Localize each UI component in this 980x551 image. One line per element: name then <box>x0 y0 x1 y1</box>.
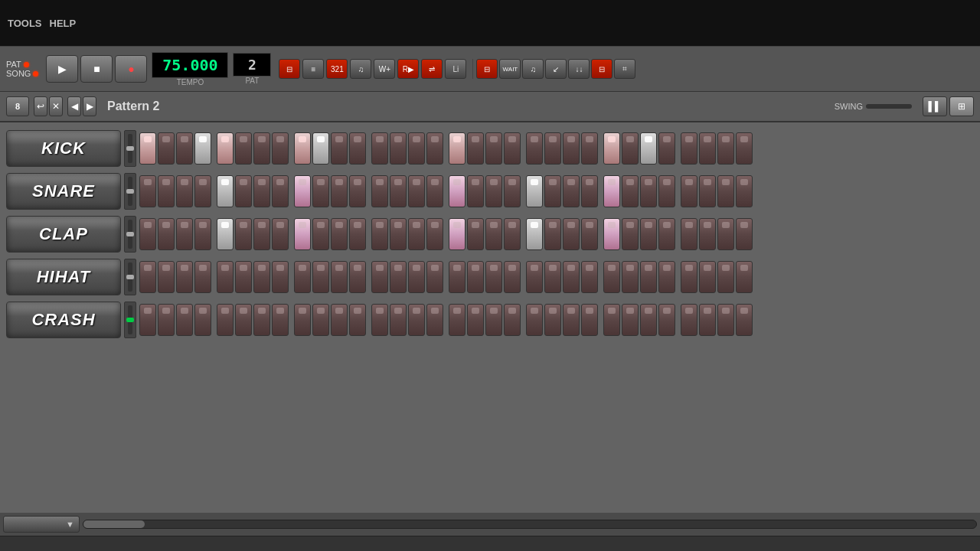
pad-snare-26[interactable] <box>640 175 657 207</box>
pad-clap-13[interactable] <box>390 218 407 250</box>
pad-kick-21[interactable] <box>544 132 561 165</box>
pad-kick-2[interactable] <box>176 132 193 165</box>
pad-hihat-21[interactable] <box>544 261 561 293</box>
pad-kick-19[interactable] <box>504 132 521 165</box>
menu-tools[interactable]: TOOLS <box>8 18 42 29</box>
pad-hihat-11[interactable] <box>349 261 366 293</box>
pad-crash-27[interactable] <box>658 304 675 336</box>
undo-button[interactable]: ↩ <box>34 96 47 116</box>
pad-kick-17[interactable] <box>467 132 484 165</box>
pad-clap-26[interactable] <box>640 218 657 250</box>
pad-clap-25[interactable] <box>622 218 639 250</box>
track-label-clap[interactable]: CLAP <box>6 216 121 253</box>
li-icon[interactable]: Li <box>445 59 466 79</box>
pad-crash-12[interactable] <box>371 304 388 336</box>
pad-hihat-18[interactable] <box>485 261 502 293</box>
pad-crash-20[interactable] <box>526 304 543 336</box>
pad-snare-7[interactable] <box>272 175 289 207</box>
pad-snare-19[interactable] <box>504 175 521 207</box>
pad-kick-6[interactable] <box>253 132 270 165</box>
pad-hihat-29[interactable] <box>699 261 716 293</box>
swing-knob[interactable] <box>866 104 912 109</box>
track-volume-hihat[interactable] <box>124 259 136 295</box>
pattern-next[interactable]: ▶ <box>83 96 96 116</box>
pad-kick-30[interactable] <box>717 132 734 165</box>
pad-hihat-9[interactable] <box>312 261 329 293</box>
pad-clap-19[interactable] <box>504 218 521 250</box>
pad-kick-15[interactable] <box>426 132 443 165</box>
metronome-icon[interactable]: ↓↓ <box>568 59 590 79</box>
pad-crash-30[interactable] <box>717 304 734 336</box>
pad-clap-24[interactable] <box>603 218 620 250</box>
pad-kick-13[interactable] <box>390 132 407 165</box>
pad-crash-22[interactable] <box>563 304 580 336</box>
pad-kick-31[interactable] <box>736 132 753 165</box>
rec-icon2[interactable]: ⊟ <box>476 59 498 79</box>
pad-hihat-10[interactable] <box>331 261 348 293</box>
arrow-icon[interactable]: ↙ <box>545 59 567 79</box>
pad-hihat-12[interactable] <box>371 261 388 293</box>
pad-snare-24[interactable] <box>603 175 620 207</box>
pad-hihat-7[interactable] <box>272 261 289 293</box>
stop-button[interactable]: ■ <box>80 55 113 83</box>
pad-clap-23[interactable] <box>581 218 598 250</box>
pad-kick-14[interactable] <box>408 132 425 165</box>
pad-kick-5[interactable] <box>235 132 252 165</box>
pad-hihat-22[interactable] <box>563 261 580 293</box>
pad-snare-18[interactable] <box>485 175 502 207</box>
pad-crash-24[interactable] <box>603 304 620 336</box>
pad-crash-2[interactable] <box>176 304 193 336</box>
pad-kick-7[interactable] <box>272 132 289 165</box>
pad-crash-4[interactable] <box>217 304 234 336</box>
mixer2-icon[interactable]: ♫ <box>522 59 544 79</box>
menu-help[interactable]: HELP <box>50 18 77 29</box>
pad-clap-8[interactable] <box>294 218 311 250</box>
pad-crash-16[interactable] <box>449 304 466 336</box>
play-button[interactable]: ▶ <box>46 55 78 83</box>
link-icon[interactable]: ⇌ <box>421 59 443 79</box>
pad-hihat-15[interactable] <box>426 261 443 293</box>
pad-kick-24[interactable] <box>603 132 620 165</box>
pad-kick-11[interactable] <box>349 132 366 165</box>
pad-kick-1[interactable] <box>158 132 175 165</box>
step-count-button[interactable]: 8 <box>6 96 29 116</box>
pad-hihat-19[interactable] <box>504 261 521 293</box>
pad-snare-23[interactable] <box>581 175 598 207</box>
pad-clap-0[interactable] <box>139 218 156 250</box>
redo-button[interactable]: ✕ <box>49 96 63 116</box>
pad-crash-28[interactable] <box>681 304 697 336</box>
mixer-icon[interactable]: ⊟ <box>279 59 300 79</box>
pad-hihat-17[interactable] <box>467 261 484 293</box>
pad-crash-14[interactable] <box>408 304 425 336</box>
pad-hihat-0[interactable] <box>139 261 156 293</box>
pad-snare-29[interactable] <box>699 175 716 207</box>
pad-clap-11[interactable] <box>349 218 366 250</box>
record-button[interactable]: ● <box>115 55 147 83</box>
pad-crash-10[interactable] <box>331 304 348 336</box>
pad-snare-14[interactable] <box>408 175 425 207</box>
pad-kick-18[interactable] <box>485 132 502 165</box>
pad-crash-7[interactable] <box>272 304 289 336</box>
pad-clap-1[interactable] <box>158 218 175 250</box>
pad-kick-4[interactable] <box>217 132 234 165</box>
pad-snare-0[interactable] <box>139 175 156 207</box>
pad-crash-3[interactable] <box>194 304 211 336</box>
pad-snare-25[interactable] <box>622 175 639 207</box>
pad-hihat-27[interactable] <box>658 261 675 293</box>
track-label-hihat[interactable]: HIHAT <box>6 259 121 295</box>
pad-crash-11[interactable] <box>349 304 366 336</box>
pad-snare-4[interactable] <box>217 175 234 207</box>
pad-hihat-8[interactable] <box>294 261 311 293</box>
pad-kick-9[interactable] <box>312 132 329 165</box>
pad-hihat-6[interactable] <box>253 261 270 293</box>
pad-hihat-24[interactable] <box>603 261 620 293</box>
pad-snare-2[interactable] <box>176 175 193 207</box>
pad-kick-8[interactable] <box>294 132 311 165</box>
pad-clap-17[interactable] <box>467 218 484 250</box>
piano-roll-icon[interactable]: ♫ <box>350 59 371 79</box>
playlist-icon[interactable]: ≡ <box>302 59 324 79</box>
pad-snare-5[interactable] <box>235 175 252 207</box>
step-seq-icon[interactable]: 321 <box>326 59 348 79</box>
pad-crash-17[interactable] <box>467 304 484 336</box>
pad-hihat-30[interactable] <box>717 261 734 293</box>
